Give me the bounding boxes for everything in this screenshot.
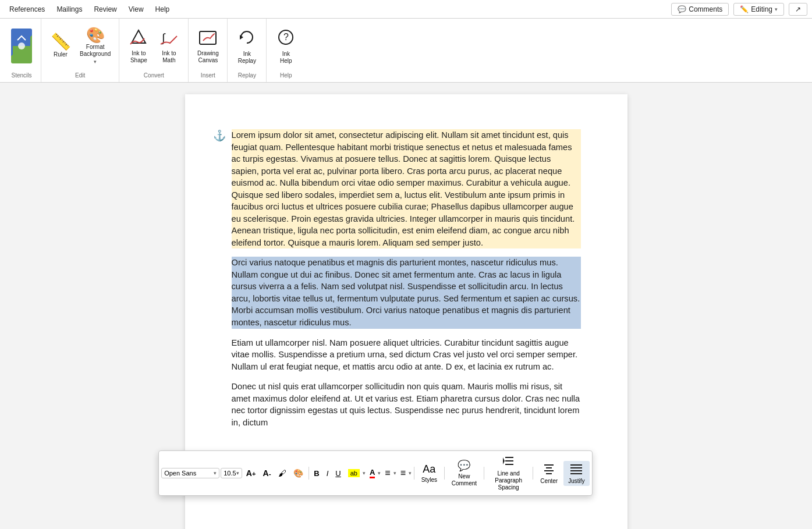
justify-svg (569, 463, 583, 475)
menu-mailings[interactable]: Mailings (52, 3, 87, 16)
ink-to-math-label: Ink toMath (162, 50, 176, 64)
numbering-button[interactable]: ≡ (398, 467, 409, 480)
justify-icon (569, 463, 583, 477)
svg-text:?: ? (283, 32, 289, 42)
insert-label: Insert (201, 72, 215, 80)
bold-button[interactable]: B (311, 468, 322, 479)
ink-help-svg: ? (276, 28, 295, 47)
ink-to-math-icon: ∫ (159, 28, 178, 49)
comments-button[interactable]: 💬 Comments (671, 3, 729, 16)
styles-icon: Aa (423, 463, 435, 475)
document-area: ⚓ Lorem ipsum dolor sit amet, consectetu… (0, 83, 812, 529)
ink-replay-label: InkReplay (238, 51, 256, 65)
stencils-button[interactable] (7, 26, 36, 66)
ribbon-group-replay: InkReplay Replay (228, 19, 267, 82)
floating-toolbar: Open Sans ▾ 10.5 ▾ A+ A- 🖌 🎨 B I U ab (158, 450, 592, 496)
toolbar-divider-3 (444, 467, 445, 480)
ink-math-svg: ∫ (159, 28, 178, 47)
highlight-button[interactable]: ab (345, 468, 363, 478)
stencils-label: Stencils (11, 72, 31, 80)
highlight-chevron[interactable]: ▾ (363, 470, 366, 476)
toolbar-divider-4 (484, 467, 484, 480)
font-name-dropdown[interactable]: Open Sans ▾ (161, 468, 219, 478)
font-size-dropdown[interactable]: 10.5 ▾ (221, 468, 242, 478)
bullets-chevron[interactable]: ▾ (393, 470, 396, 476)
ribbon-group-help: ? InkHelp Help (267, 19, 305, 82)
share-icon: ↗ (795, 5, 801, 13)
ink-to-math-button[interactable]: ∫ Ink toMath (154, 26, 183, 66)
ruler-icon: 📏 (51, 34, 71, 50)
center-align-button[interactable]: Center (536, 461, 562, 486)
paragraph-3[interactable]: Etiam ut ullamcorper nisl. Nam posuere a… (232, 337, 581, 373)
bullets-group: ≡ ▾ (382, 467, 396, 480)
toolbar-divider-2 (414, 467, 414, 480)
styles-button[interactable]: Aa Styles (417, 461, 442, 485)
ink-help-icon: ? (276, 28, 295, 49)
bullets-button[interactable]: ≡ (382, 467, 393, 480)
drawing-canvas-label: DrawingCanvas (197, 50, 219, 64)
font-color-group: A ▾ (367, 467, 381, 480)
drawing-canvas-button[interactable]: DrawingCanvas (193, 26, 222, 66)
stencil-icon (11, 29, 32, 63)
center-label: Center (540, 478, 558, 484)
share-button[interactable]: ↗ (789, 3, 807, 16)
ribbon: Stencils 📏 Ruler 🎨 FormatBackground ▾ Ed… (0, 19, 812, 83)
new-comment-button[interactable]: 💬 NewComment (447, 457, 481, 489)
numbering-group: ≡ ▾ (398, 467, 412, 480)
paint-format-button[interactable]: 🎨 (290, 467, 306, 479)
shrink-font-button[interactable]: A- (260, 467, 274, 479)
clear-format-button[interactable]: 🖌 (275, 467, 289, 479)
font-color-button[interactable]: A (367, 467, 378, 480)
drawing-canvas-icon (198, 28, 217, 49)
ruler-label: Ruler (54, 51, 68, 58)
line-spacing-button[interactable]: Line andParagraph Spacing (487, 453, 531, 493)
ink-to-shape-label: Ink toShape (130, 50, 147, 64)
new-comment-icon: 💬 (458, 459, 470, 472)
comments-label: Comments (689, 5, 722, 13)
center-align-svg (542, 463, 556, 475)
svg-point-2 (18, 42, 25, 49)
underline-button[interactable]: U (332, 468, 343, 479)
ink-replay-button[interactable]: InkReplay (232, 26, 261, 67)
ink-help-label: InkHelp (280, 51, 292, 65)
format-bg-icon: 🎨 (86, 27, 105, 42)
replay-label: Replay (238, 72, 256, 80)
numbering-chevron[interactable]: ▾ (409, 470, 412, 476)
page: ⚓ Lorem ipsum dolor sit amet, consectetu… (185, 94, 627, 529)
top-right-controls: 💬 Comments ✏️ Editing ▾ ↗ (671, 3, 807, 16)
grow-font-button[interactable]: A+ (243, 467, 259, 479)
ink-replay-icon (237, 28, 256, 49)
convert-label: Convert (144, 72, 164, 80)
anchor-icon: ⚓ (213, 129, 226, 142)
menu-view[interactable]: View (124, 3, 148, 16)
ribbon-group-stencils: Stencils (2, 19, 41, 82)
menu-review[interactable]: Review (89, 3, 121, 16)
paragraph-2[interactable]: Orci varius natoque penatibus et magnis … (232, 257, 581, 328)
menu-bar: References Mailings Review View Help 💬 C… (0, 0, 812, 19)
edit-label: Edit (75, 72, 85, 80)
font-name-chevron: ▾ (214, 470, 217, 476)
help-label: Help (280, 72, 292, 80)
ribbon-group-convert: Ink toShape ∫ Ink toMath Convert (119, 19, 189, 82)
center-align-icon (542, 463, 556, 477)
paragraph-1[interactable]: Lorem ipsum dolor sit amet, consectetur … (232, 129, 581, 248)
format-background-button[interactable]: 🎨 FormatBackground ▾ (76, 25, 114, 67)
format-bg-label: FormatBackground (80, 44, 111, 58)
font-size-chevron: ▾ (236, 470, 239, 476)
editing-button[interactable]: ✏️ Editing ▾ (733, 3, 784, 16)
justify-label: Justify (568, 478, 584, 484)
font-color-chevron[interactable]: ▾ (378, 470, 381, 476)
justify-button[interactable]: Justify (563, 461, 589, 486)
paragraph-4[interactable]: Donec ut nisl quis erat ullamcorper soll… (232, 381, 581, 428)
menu-references[interactable]: References (5, 3, 49, 16)
italic-button[interactable]: I (324, 468, 332, 479)
stencil-svg (13, 31, 30, 61)
highlight-label: ab (348, 469, 360, 477)
menu-help[interactable]: Help (151, 3, 175, 16)
ink-to-shape-button[interactable]: Ink toShape (124, 26, 153, 66)
drawing-canvas-svg (198, 28, 217, 47)
ink-help-button[interactable]: ? InkHelp (271, 26, 300, 67)
ink-to-shape-icon (129, 28, 148, 49)
ruler-button[interactable]: 📏 Ruler (46, 31, 75, 61)
font-name-value: Open Sans (164, 470, 196, 477)
